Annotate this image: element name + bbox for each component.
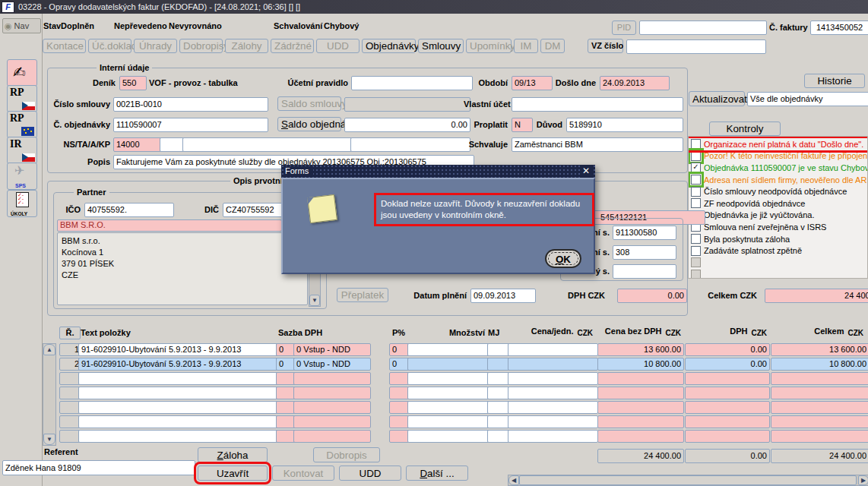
kontovat-button[interactable]: Kontovat — [272, 465, 334, 481]
cell-celkem[interactable] — [771, 401, 868, 414]
cell-p[interactable] — [389, 387, 410, 399]
cell-sazba2[interactable] — [293, 415, 371, 428]
cell-text[interactable] — [78, 415, 279, 428]
cell-mnozstvi[interactable] — [407, 401, 489, 414]
uzavrit-button[interactable]: Uzavřít — [198, 465, 268, 481]
cell-dph[interactable] — [685, 415, 770, 428]
saldo-smlouvy-button[interactable]: Saldo smlouvy — [277, 96, 341, 111]
referent-input[interactable]: Zděnek Hana 91809 — [2, 460, 195, 475]
cell-p[interactable] — [389, 415, 410, 428]
kontroly-button[interactable]: Kontroly — [709, 122, 781, 136]
cell-text[interactable] — [78, 387, 279, 399]
toolbar-button-11[interactable]: IM — [514, 39, 538, 53]
kontrola-checkbox[interactable] — [691, 175, 701, 185]
kontrola-checkbox[interactable] — [691, 151, 701, 161]
c-objednavky-field[interactable]: 1110590007 — [113, 118, 268, 132]
kontrola-checkbox[interactable] — [691, 198, 701, 208]
cell-text[interactable] — [78, 430, 279, 443]
toolbar-button-3[interactable]: Úhrady — [134, 39, 177, 53]
cell-mnozstvi[interactable] — [407, 358, 489, 371]
kontrola-checkbox[interactable]: ✓ — [691, 163, 701, 172]
schvaluje-field[interactable]: Zaměstnanci BBM — [512, 137, 683, 152]
cell-mj[interactable] — [487, 401, 510, 414]
toolbar-button-12[interactable]: DM — [540, 39, 565, 53]
dobropis-button[interactable]: Dobropis — [313, 447, 380, 462]
datum-plneni-field[interactable]: 09.09.2013 — [470, 289, 536, 303]
cell-cena_jedn[interactable] — [508, 401, 598, 414]
cell-dph[interactable] — [685, 387, 770, 399]
cell-mnozstvi[interactable] — [407, 430, 489, 443]
pid-input[interactable] — [639, 21, 767, 35]
cell-cena_bez[interactable] — [597, 387, 684, 399]
toolbar-button-6[interactable]: Zádržné — [271, 39, 314, 53]
dalsi-button[interactable]: Další ... — [406, 465, 468, 481]
cell-text[interactable]: 91-6029910-Ubytování 5.9.2013 - 9.9.2013 — [78, 343, 279, 356]
nav-button[interactable]: ◉ Nav — [2, 18, 41, 33]
cell-cena_jedn[interactable] — [508, 372, 598, 385]
title-bar[interactable]: F 03228 - Opravy dodavatelských faktur (… — [0, 0, 868, 14]
ir-cz-button[interactable]: IR — [7, 137, 37, 164]
cell-p[interactable]: 0 — [389, 358, 410, 371]
cell-p[interactable] — [389, 430, 410, 443]
dic-field[interactable]: CZ40755592 — [223, 203, 285, 217]
symbol3-field[interactable] — [613, 264, 676, 279]
cell-sazba2[interactable] — [293, 430, 371, 443]
cell-celkem[interactable] — [771, 372, 868, 385]
cell-celkem[interactable]: 10 800.00 — [771, 358, 868, 371]
toolbar-button-10[interactable]: Upomínky — [466, 39, 512, 53]
cell-text[interactable] — [78, 401, 279, 414]
ukoly-button[interactable]: ✓-✓-✓- ÚKOLY — [7, 190, 37, 217]
cell-sazba2[interactable] — [293, 401, 371, 414]
cell-p[interactable]: 0 — [389, 343, 410, 356]
toolbar-button-7[interactable]: UDD — [316, 39, 360, 53]
symbol1-field[interactable]: 911300580 — [613, 226, 676, 240]
historie-button[interactable]: Historie — [804, 74, 865, 88]
cell-cena_bez[interactable] — [597, 430, 684, 443]
rp-cz-button[interactable]: RP — [7, 85, 37, 112]
scroll-down-icon[interactable]: ▼ — [43, 434, 55, 445]
cell-cena_bez[interactable] — [597, 401, 684, 414]
cell-cena_bez[interactable]: 10 800.00 — [597, 358, 684, 371]
scrollbar-thumb[interactable] — [519, 475, 857, 485]
ucetni-pravidlo-field[interactable] — [351, 76, 473, 90]
doslo-dne-field[interactable]: 24.09.2013 — [600, 76, 670, 90]
scroll-down-icon[interactable]: ▼ — [309, 295, 320, 306]
cell-cena_bez[interactable] — [597, 372, 684, 385]
cell-mj[interactable] — [487, 415, 510, 428]
cell-mj[interactable] — [487, 430, 510, 443]
cell-text[interactable] — [78, 372, 279, 385]
cell-mnozstvi[interactable] — [407, 415, 489, 428]
cell-cena_jedn[interactable] — [508, 430, 598, 443]
cell-mnozstvi[interactable] — [407, 343, 489, 356]
cell-p[interactable] — [389, 401, 410, 414]
aktualizovat-button[interactable]: Aktualizovat — [689, 91, 745, 106]
cell-sazba2[interactable] — [293, 372, 371, 385]
toolbar-button-2[interactable]: Úč.doklad — [88, 39, 131, 53]
proplatit-field[interactable]: N — [512, 118, 533, 132]
cell-mnozstvi[interactable] — [407, 387, 489, 399]
cell-dph[interactable] — [685, 430, 770, 443]
cell-sazba2[interactable]: 0 Vstup - NDD — [293, 343, 371, 356]
duvod-field[interactable]: 5189910 — [566, 118, 683, 132]
toolbar-button-5[interactable]: Zálohy — [225, 39, 268, 53]
rp-eu-button[interactable]: RP — [7, 111, 37, 138]
ta-field[interactable] — [160, 137, 185, 152]
toolbar-button-8[interactable]: Objednávky — [362, 39, 416, 53]
close-icon[interactable]: ✕ — [581, 165, 591, 178]
toolbar-button-1[interactable]: Kontace — [43, 39, 86, 53]
sps-button[interactable]: ✈ SPS — [7, 163, 37, 190]
zaloha-button[interactable]: Záloha — [198, 447, 268, 462]
cell-cena_jedn[interactable] — [508, 358, 598, 371]
vz-cislo-input[interactable] — [626, 39, 766, 54]
cell-dph[interactable]: 0.00 — [685, 358, 770, 371]
obdobi-field[interactable]: 09/13 — [512, 76, 553, 90]
partner-address-box[interactable]: BBM s.r.o. Kocínova 1 379 01 PÍSEK CZE — [57, 232, 308, 305]
cell-sazba2[interactable]: 0 Vstup - NDD — [293, 358, 371, 371]
table-scrollbar[interactable]: ▲ ▼ — [43, 343, 56, 446]
a-field[interactable] — [182, 137, 353, 152]
cell-mj[interactable] — [487, 358, 510, 371]
ico-field[interactable]: 40755592. — [84, 203, 174, 217]
cell-celkem[interactable]: 13 600.00 — [771, 343, 868, 356]
cell-mj[interactable] — [487, 387, 510, 399]
cell-mj[interactable] — [487, 343, 510, 356]
